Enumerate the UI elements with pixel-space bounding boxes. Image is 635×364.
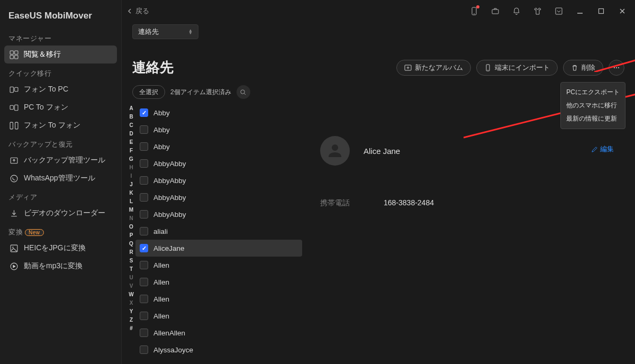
alpha-letter[interactable]: I — [127, 172, 135, 180]
contact-row[interactable]: aliali — [135, 223, 302, 240]
checkbox[interactable] — [140, 312, 148, 320]
checkbox[interactable] — [140, 193, 148, 202]
alpha-letter[interactable]: B — [127, 113, 135, 121]
alpha-letter[interactable]: P — [127, 231, 135, 240]
edit-button[interactable]: 編集 — [591, 144, 614, 154]
checkbox[interactable] — [140, 142, 148, 151]
contact-row[interactable]: AllenAllen — [135, 324, 302, 341]
checkbox[interactable] — [140, 227, 148, 235]
alpha-letter[interactable]: S — [127, 257, 135, 265]
checkbox[interactable] — [140, 329, 148, 337]
shirt-icon[interactable] — [530, 4, 545, 19]
alpha-letter[interactable]: N — [127, 214, 135, 223]
alpha-letter[interactable]: A — [127, 104, 135, 113]
checkbox[interactable] — [140, 345, 148, 354]
alpha-letter[interactable]: Y — [127, 307, 135, 316]
alpha-letter[interactable]: D — [127, 130, 135, 138]
contact-name: Allen — [153, 278, 169, 286]
sidebar-item[interactable]: HEICをJPGに変換 — [4, 239, 117, 257]
back-button[interactable]: 戻る — [127, 6, 149, 16]
contact-row[interactable]: Abby — [135, 121, 302, 138]
sidebar-item[interactable]: ビデオのダウンローダー — [4, 204, 117, 222]
contact-row[interactable]: AlyssaJoyce — [135, 341, 302, 358]
contact-row[interactable]: Allen — [135, 290, 302, 307]
sidebar-item[interactable]: フォン To フォン — [4, 116, 117, 134]
contact-row[interactable]: Allen — [135, 274, 302, 290]
contact-row[interactable]: Allen — [135, 307, 302, 324]
more-menu-item[interactable]: 他のスマホに移行 — [561, 99, 625, 112]
sidebar-section-label: バックアップと復元 — [4, 134, 117, 151]
alpha-letter[interactable]: L — [127, 197, 135, 206]
search-button[interactable] — [237, 85, 250, 99]
category-selector-value: 連絡先 — [138, 27, 159, 37]
alpha-letter[interactable]: K — [127, 189, 135, 197]
alpha-letter[interactable]: # — [127, 324, 135, 333]
contact-row[interactable]: AbbyAbby — [135, 155, 302, 172]
contact-row[interactable]: Abby — [135, 138, 302, 155]
sidebar-item[interactable]: 動画をmp3に変換 — [4, 257, 117, 275]
svg-rect-0 — [10, 51, 13, 54]
briefcase-icon[interactable] — [488, 4, 503, 19]
alpha-letter[interactable]: G — [127, 155, 135, 163]
alpha-letter[interactable]: M — [127, 206, 135, 214]
contact-row[interactable]: AbbyAbby — [135, 189, 302, 206]
checkbox[interactable] — [140, 125, 148, 134]
checkbox[interactable] — [140, 210, 148, 219]
more-menu-item[interactable]: PCにエクスポート — [561, 86, 625, 99]
maximize-icon[interactable] — [594, 4, 609, 19]
alpha-letter[interactable]: U — [127, 274, 135, 282]
whatsapp-icon — [10, 174, 19, 183]
checkbox[interactable] — [140, 261, 148, 269]
checkbox[interactable] — [140, 295, 148, 303]
contact-name: Abby — [153, 143, 170, 151]
sidebar-item[interactable]: フォン To PC — [4, 80, 117, 98]
device-icon[interactable] — [467, 4, 482, 19]
alpha-letter[interactable]: O — [127, 223, 135, 231]
alpha-letter[interactable]: H — [127, 163, 135, 172]
contact-row[interactable]: Allen — [135, 257, 302, 274]
checkbox[interactable] — [140, 244, 148, 252]
more-menu-item[interactable]: 最新の情報に更新 — [561, 112, 625, 125]
delete-button[interactable]: 削除 — [563, 60, 603, 76]
svg-point-11 — [11, 175, 17, 182]
alpha-letter[interactable]: C — [127, 121, 135, 130]
contact-row[interactable]: AliceJane — [135, 240, 302, 257]
more-button[interactable] — [609, 60, 624, 76]
sidebar-item[interactable]: バックアップ管理ツール — [4, 151, 117, 169]
checkbox[interactable] — [140, 159, 148, 168]
sidebar-section-label: マネージャー — [4, 29, 117, 46]
alpha-index[interactable]: ABCDEFGHIJKLMNOPQRSTUVWXYZ# — [122, 104, 135, 364]
new-album-button[interactable]: 新たなアルバム — [396, 60, 471, 76]
alpha-letter[interactable]: Q — [127, 240, 135, 248]
close-icon[interactable] — [615, 4, 630, 19]
category-selector[interactable]: 連絡先 ▲▼ — [132, 24, 198, 39]
alpha-letter[interactable]: F — [127, 147, 135, 155]
select-all-button[interactable]: 全選択 — [132, 85, 165, 99]
alpha-letter[interactable]: Z — [127, 316, 135, 324]
minimize-icon[interactable] — [573, 4, 587, 19]
alpha-letter[interactable]: J — [127, 180, 135, 189]
contact-name: AbbyAbby — [153, 177, 186, 185]
contact-row[interactable]: AbbyAbby — [135, 206, 302, 223]
checkbox[interactable] — [140, 278, 148, 286]
sidebar-item[interactable]: PC To フォン — [4, 98, 117, 116]
alpha-letter[interactable]: T — [127, 265, 135, 274]
checkbox[interactable] — [140, 176, 148, 185]
dropdown-icon[interactable] — [551, 4, 566, 19]
contact-row[interactable]: AbbyAbby — [135, 172, 302, 189]
alpha-letter[interactable]: X — [127, 299, 135, 307]
svg-line-32 — [244, 93, 246, 95]
checkbox[interactable] — [140, 108, 148, 117]
bell-icon[interactable] — [509, 4, 524, 19]
alpha-letter[interactable]: V — [127, 282, 135, 290]
alpha-letter[interactable]: E — [127, 138, 135, 147]
contact-row[interactable]: Abby — [135, 104, 302, 121]
avatar — [320, 136, 350, 166]
sidebar-item[interactable]: 閲覧＆移行 — [4, 46, 117, 63]
phone-label: 携帯電話 — [320, 198, 362, 208]
sidebar-item[interactable]: WhatsApp管理ツール — [4, 169, 117, 187]
sidebar-item-label: HEICをJPGに変換 — [24, 243, 86, 253]
alpha-letter[interactable]: W — [127, 290, 135, 299]
alpha-letter[interactable]: R — [127, 248, 135, 257]
import-device-button[interactable]: 端末にインポート — [476, 60, 558, 76]
